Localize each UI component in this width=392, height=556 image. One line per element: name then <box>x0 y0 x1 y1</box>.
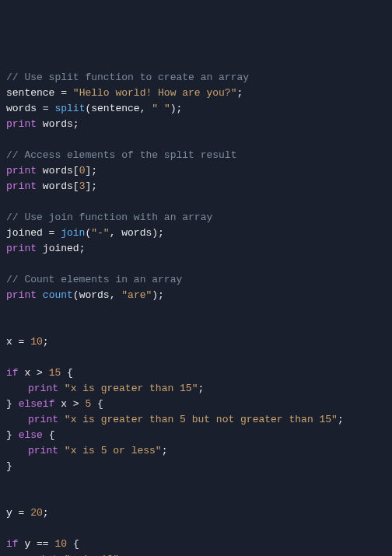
paren-open: ( <box>73 289 79 301</box>
semicolon: ; <box>43 336 49 348</box>
argument: words <box>121 227 152 239</box>
code-line: } elseif x > 5 { <box>6 397 386 412</box>
operator: = <box>54 87 72 99</box>
space <box>37 180 43 192</box>
code-line: print words; <box>6 117 386 132</box>
code-line: if x > 15 { <box>6 365 386 381</box>
blank-line <box>6 350 386 365</box>
string-literal: "are" <box>121 289 152 301</box>
semicolon: ; <box>158 227 164 239</box>
code-line: print "x is greater than 5 but not great… <box>6 412 386 428</box>
code-line: } <box>6 459 386 474</box>
semicolon: ; <box>338 414 344 425</box>
code-line: print joined; <box>6 241 386 257</box>
code-line: // Access elements of the split result <box>6 148 386 163</box>
keyword-if: if <box>6 538 19 550</box>
operator: = <box>12 336 30 348</box>
keyword-print: print <box>28 445 58 456</box>
space <box>37 165 43 177</box>
semicolon: ; <box>91 165 97 177</box>
code-line: print "x is 5 or less"; <box>6 443 386 459</box>
number-literal: 10 <box>54 538 67 550</box>
code-line: print words[0]; <box>6 163 386 179</box>
number-literal: 15 <box>49 367 61 379</box>
code-line: print "y is 10"; <box>6 552 386 556</box>
semicolon: ; <box>162 445 168 456</box>
semicolon: ; <box>177 103 183 114</box>
paren-close: ) <box>152 289 158 301</box>
semicolon: ; <box>236 87 243 99</box>
blank-line <box>6 194 386 210</box>
string-literal: "Hello world! How are you?" <box>73 87 237 99</box>
space <box>37 243 43 254</box>
brace-close: } <box>6 398 12 410</box>
keyword-print: print <box>6 165 37 177</box>
identifier: words <box>43 180 73 192</box>
code-line: x = 10; <box>6 334 386 350</box>
code-line: print "x is greater than 15"; <box>6 381 386 397</box>
identifier: y <box>6 507 12 519</box>
operator: = <box>43 227 61 239</box>
blank-line <box>6 521 386 537</box>
operator: = <box>12 507 30 519</box>
argument: words <box>79 289 110 301</box>
code-line: joined = join("-", words); <box>6 226 386 241</box>
comma: , <box>110 289 122 301</box>
keyword-print: print <box>6 118 37 130</box>
blank-line <box>6 132 386 148</box>
space <box>58 445 65 456</box>
comment: // Access elements of the split result <box>6 149 236 161</box>
comment: // Use split function to create an array <box>6 72 249 83</box>
operator: == <box>30 538 54 550</box>
comma: , <box>110 227 122 239</box>
operator: > <box>30 367 48 379</box>
space <box>37 289 43 301</box>
space <box>91 398 97 410</box>
identifier: words <box>6 103 37 114</box>
blank-line <box>6 257 386 272</box>
code-line: // Use join function with an array <box>6 210 386 226</box>
keyword-print: print <box>28 414 58 425</box>
space <box>43 429 49 441</box>
space <box>61 367 67 379</box>
space <box>58 383 65 394</box>
comment: // Use join function with an array <box>6 212 212 223</box>
operator: > <box>67 398 85 410</box>
paren-close: ) <box>170 103 177 114</box>
code-line: print words[3]; <box>6 179 386 194</box>
code-line: if y == 10 { <box>6 537 386 552</box>
semicolon: ; <box>198 383 204 394</box>
comma: , <box>140 103 152 114</box>
paren-close: ) <box>152 227 158 239</box>
string-literal: "x is greater than 5 but not greater tha… <box>65 414 338 425</box>
brace-open: { <box>67 367 73 379</box>
function-call: count <box>43 289 73 301</box>
string-literal: " " <box>152 103 170 114</box>
identifier: joined <box>43 243 79 254</box>
string-literal: "x is 5 or less" <box>65 445 162 456</box>
blank-line <box>6 474 386 490</box>
identifier: words <box>43 165 73 177</box>
blank-line <box>6 319 386 334</box>
brace-close: } <box>6 460 12 472</box>
keyword-print: print <box>28 383 58 394</box>
space <box>67 538 73 550</box>
function-call: join <box>61 227 85 239</box>
bracket-open: [ <box>73 165 79 177</box>
function-call: split <box>54 103 85 114</box>
brace-close: } <box>6 429 12 441</box>
string-literal: "-" <box>91 227 109 239</box>
argument: sentence <box>91 103 139 114</box>
blank-line <box>6 490 386 505</box>
comment: // Count elements in an array <box>6 274 182 285</box>
brace-open: { <box>49 429 55 441</box>
code-block: // Use split function to create an array… <box>6 70 386 556</box>
keyword-print: print <box>6 243 37 254</box>
code-line: print count(words, "are"); <box>6 288 386 303</box>
operator: = <box>37 103 54 114</box>
keyword-print: print <box>6 289 37 301</box>
semicolon: ; <box>158 289 164 301</box>
code-line: words = split(sentence, " "); <box>6 101 386 117</box>
number-literal: 10 <box>30 336 43 348</box>
semicolon: ; <box>91 180 97 192</box>
